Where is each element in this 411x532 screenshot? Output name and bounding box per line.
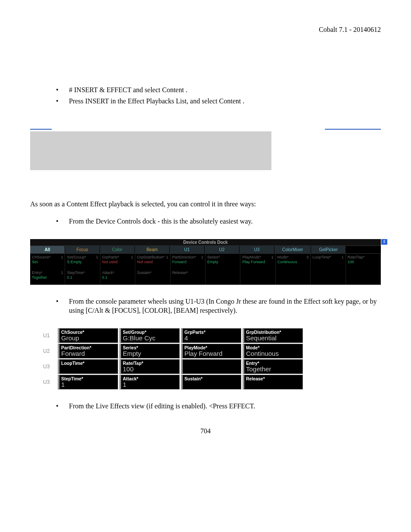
- dock-tabs: All Focus Color Beam U1 U2 U3 ColorMixer…: [30, 246, 381, 254]
- dock-cell[interactable]: Attack*0.1: [100, 269, 135, 285]
- tab-u3[interactable]: U3: [240, 246, 274, 253]
- dock-cell[interactable]: StepTime*0.1: [65, 269, 100, 285]
- wheel-cell[interactable]: LoopTime*: [58, 359, 118, 374]
- bullets-mid: From the Device Controls dock - this is …: [30, 217, 381, 226]
- dock-cell[interactable]: Series*Empty: [206, 254, 240, 269]
- wheel-row-label: U3: [43, 375, 58, 389]
- wheel-row-label: U1: [43, 328, 58, 343]
- tab-all[interactable]: All: [30, 246, 65, 253]
- dock-cell[interactable]: ChSource*1Set: [30, 254, 65, 269]
- dock-cell[interactable]: Mode*3Continuous: [276, 254, 311, 269]
- list-item: From the Device Controls dock - this is …: [56, 217, 381, 226]
- dock-cell[interactable]: GrpParts*1Not used: [100, 254, 135, 269]
- dock-cell[interactable]: GrpDistribution*1Not used: [135, 254, 170, 269]
- rule-right: [325, 127, 381, 130]
- wheel-row-label: U3: [43, 359, 58, 374]
- wheel-cell[interactable]: Sustain*: [181, 375, 241, 389]
- wheel-row-label: U2: [43, 344, 58, 358]
- tab-u1[interactable]: U1: [170, 246, 205, 253]
- dock-cell[interactable]: PartDirection*1Forward: [171, 254, 206, 269]
- wheel-cell[interactable]: Mode*Continuous: [243, 344, 303, 358]
- dock-cell[interactable]: Rate/Tap*100: [346, 254, 381, 269]
- tab-beam[interactable]: Beam: [135, 246, 170, 253]
- paragraph: As soon as a Content Effect playback is …: [30, 200, 381, 208]
- wheel-cell[interactable]: Rate/Tap*100: [119, 359, 180, 374]
- expand-icon[interactable]: ⇕: [381, 239, 387, 245]
- tab-focus[interactable]: Focus: [65, 246, 100, 253]
- tab-gelpicker[interactable]: GelPicker: [311, 246, 346, 253]
- dock-cell[interactable]: LoopTime*1: [311, 254, 346, 269]
- wheel-row: U1ChSource*GroupSet/Group*G:Blue CycGrpP…: [43, 328, 381, 343]
- tab-colormixer[interactable]: ColorMixer: [274, 246, 311, 253]
- dock-cell[interactable]: Sustain*: [135, 269, 170, 285]
- wheel-cell[interactable]: GrpParts*4: [181, 328, 241, 343]
- bullets-top: # INSERT & EFFECT and select Content . P…: [30, 85, 381, 106]
- dock-cell[interactable]: [276, 269, 311, 285]
- page-number: 704: [30, 427, 381, 435]
- wheel-cell[interactable]: Attack*1: [119, 375, 180, 389]
- dock-cell[interactable]: [206, 269, 240, 285]
- placeholder-box: [30, 131, 271, 170]
- dock-cell[interactable]: PlayMode*1Play Forward: [240, 254, 275, 269]
- wheel-cell[interactable]: Release*: [243, 375, 303, 389]
- dock-cell[interactable]: [311, 269, 346, 285]
- bullets-bottom: From the Live Effects view (if editing i…: [30, 401, 381, 411]
- rule-left: [30, 127, 52, 130]
- dock-cell[interactable]: Set/Group*1S:Empty: [65, 254, 100, 269]
- dock-cell[interactable]: [346, 269, 381, 285]
- wheel-cell[interactable]: PartDirection*Forward: [58, 344, 118, 358]
- list-item: From the Live Effects view (if editing i…: [56, 401, 381, 411]
- wheel-cell[interactable]: PlayMode*Play Forward: [181, 344, 241, 358]
- dock-title: Device Controls Dock: [30, 239, 381, 246]
- dock-cell[interactable]: Entry*1Together: [30, 269, 65, 285]
- list-item: From the console parameter wheels using …: [56, 297, 381, 315]
- wheel-cell[interactable]: ChSource*Group: [58, 328, 118, 343]
- dock-row-1: ChSource*1SetSet/Group*1S:EmptyGrpParts*…: [30, 254, 381, 269]
- wheel-cell[interactable]: GrpDistribution*Sequential: [243, 328, 303, 343]
- dock-cell[interactable]: [240, 269, 275, 285]
- wheel-cell[interactable]: Series*Empty: [119, 344, 180, 358]
- tab-spacer: [346, 246, 381, 253]
- list-item: # INSERT & EFFECT and select Content .: [56, 85, 381, 95]
- device-controls-dock: ⇕ Device Controls Dock All Focus Color B…: [30, 239, 381, 285]
- list-item: Press INSERT in the Effect Playbacks Lis…: [56, 96, 381, 106]
- wheel-row: U2PartDirection*ForwardSeries*EmptyPlayM…: [43, 344, 381, 358]
- wheel-row: U3LoopTime* Rate/Tap*100 Entry*Together: [43, 359, 381, 374]
- dock-row-2: Entry*1TogetherStepTime*0.1Attack*0.1Sus…: [30, 269, 381, 285]
- tab-u2[interactable]: U2: [205, 246, 240, 253]
- bullets-after-dock: From the console parameter wheels using …: [30, 297, 381, 315]
- wheels-panel: U1ChSource*GroupSet/Group*G:Blue CycGrpP…: [43, 328, 381, 389]
- wheel-row: U3StepTime*1Attack*1Sustain* Release*: [43, 375, 381, 389]
- tab-color[interactable]: Color: [100, 246, 135, 253]
- blue-rules: [30, 127, 381, 130]
- wheel-cell[interactable]: Set/Group*G:Blue Cyc: [119, 328, 180, 343]
- wheel-cell[interactable]: StepTime*1: [58, 375, 118, 389]
- wheel-cell[interactable]: Entry*Together: [243, 359, 303, 374]
- dock-cell[interactable]: Release*: [171, 269, 206, 285]
- page-header-right: Cobalt 7.1 - 20140612: [30, 26, 381, 34]
- wheel-cell[interactable]: [181, 359, 241, 374]
